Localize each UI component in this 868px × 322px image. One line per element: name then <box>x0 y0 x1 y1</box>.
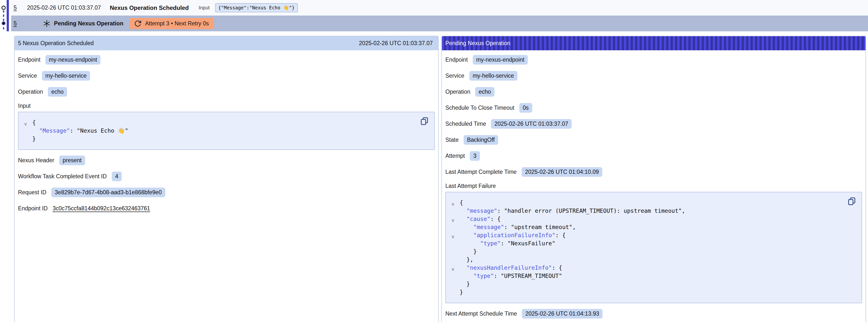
code-line: ∨{ <box>24 119 417 127</box>
event-history-rows: 5 2025-02-26 UTC 01:03:37.07 Nexus Opera… <box>11 0 868 31</box>
field-label: State <box>445 137 459 143</box>
collapse-chevron-icon[interactable]: ∨ <box>451 200 460 208</box>
input-preview-chip: {"Message":"Nexus Echo 👋"} <box>215 3 298 12</box>
field-row: Attempt3 <box>445 148 863 164</box>
field-label: Endpoint <box>445 57 468 63</box>
field-label: Next Attempt Schedule Time <box>445 311 517 317</box>
code-line: } <box>451 248 844 256</box>
code-text: { <box>460 199 463 207</box>
code-text: "cause": { <box>460 215 501 223</box>
code-text: "message": "handler error (UPSTREAM_TIME… <box>460 207 685 215</box>
collapse-chevron-icon[interactable]: ∨ <box>24 120 32 128</box>
code-text: } <box>460 288 463 296</box>
field-label: Operation <box>18 89 43 95</box>
panel-title: Pending Nexus Operation <box>445 40 510 46</box>
field-value-badge: echo <box>48 87 67 97</box>
event-timestamp: 2025-02-26 UTC 01:03:37.07 <box>27 4 101 11</box>
event-row-nexus-operation-scheduled[interactable]: 5 2025-02-26 UTC 01:03:37.07 Nexus Opera… <box>11 0 868 15</box>
pending-asterisk-icon <box>43 20 51 27</box>
field-label: Attempt <box>445 153 465 159</box>
field-label: Service <box>18 72 37 79</box>
code-line: ∨ "applicationFailureInfo": { <box>451 231 844 239</box>
field-row: Endpointmy-nexus-endpoint <box>445 52 863 68</box>
event-id-link[interactable]: 5 <box>13 4 17 11</box>
field-label: Service <box>445 72 464 79</box>
panel-timestamp: 2025-02-26 UTC 01:03:37.07 <box>359 40 433 46</box>
field-value-badge: echo <box>475 87 494 97</box>
timeline-node-open-icon <box>1 6 6 10</box>
code-text: "type": "UPSTREAM_TIMEOUT" <box>460 272 562 280</box>
code-line: } <box>451 288 844 296</box>
field-label: Endpoint <box>18 57 40 63</box>
field-value-link[interactable]: 3c0c75ccfa8144b092c13ce632463761 <box>53 205 150 212</box>
code-text: } <box>460 280 470 288</box>
collapse-chevron-icon[interactable]: ∨ <box>451 232 460 240</box>
pending-operation-panel: Pending Nexus Operation Endpointmy-nexus… <box>441 36 866 322</box>
code-gutter <box>451 240 460 249</box>
code-gutter <box>451 208 460 216</box>
code-line: "type": "UPSTREAM_TIMEOUT" <box>451 272 844 280</box>
field-row: Servicemy-hello-service <box>18 68 435 84</box>
timeline-node-selected-icon <box>1 21 6 25</box>
code-line: "message": "upstream timeout", <box>451 223 844 231</box>
field-row: Request ID3e829b7e-7d67-4b08-aad3-b1e868… <box>18 185 435 200</box>
field-row: Next Attempt Schedule Time2025-02-26 UTC… <box>445 306 863 322</box>
collapse-chevron-icon[interactable]: ∨ <box>451 265 460 273</box>
field-list: Nexus HeaderpresentWorkflow Task Complet… <box>18 152 435 217</box>
event-row-pending-nexus-operation[interactable]: 5 Pending Nexus Operation Attempt 3 • Ne… <box>11 15 868 31</box>
copy-icon[interactable] <box>420 117 429 126</box>
code-gutter <box>451 281 460 289</box>
pending-panel-header: Pending Nexus Operation <box>442 36 866 50</box>
field-value-badge: 4 <box>112 171 122 181</box>
field-value-badge: my-nexus-endpoint <box>45 55 101 65</box>
code-line: } <box>24 135 417 143</box>
field-row: Schedule To Close Timeout0s <box>445 100 863 116</box>
field-row: Endpoint ID3c0c75ccfa8144b092c13ce632463… <box>18 200 435 217</box>
code-text: "nexusHandlerFailureInfo": { <box>460 264 562 272</box>
code-gutter <box>451 257 460 265</box>
field-value-badge: 2025-02-26 UTC 01:04:13.93 <box>522 309 602 319</box>
code-text: "type": "NexusFailure" <box>460 239 555 248</box>
field-row: Workflow Task Completed Event ID4 <box>18 168 435 185</box>
code-line: "type": "NexusFailure" <box>451 239 844 248</box>
code-line: ∨{ <box>451 199 844 207</box>
copy-icon[interactable] <box>847 197 856 205</box>
scheduled-event-panel: 5 Nexus Operation Scheduled 2025-02-26 U… <box>14 36 439 322</box>
field-row: Operationecho <box>18 84 435 100</box>
code-text: }, <box>460 256 473 264</box>
collapse-chevron-icon[interactable]: ∨ <box>451 216 460 224</box>
failure-json-block: ∨{ "message": "handler error (UPSTREAM_T… <box>445 192 862 303</box>
panel-title: 5 Nexus Operation Scheduled <box>18 40 94 46</box>
field-label: Workflow Task Completed Event ID <box>18 173 107 180</box>
field-label: Last Attempt Complete Time <box>445 169 517 175</box>
field-list: Endpointmy-nexus-endpointServicemy-hello… <box>18 52 435 100</box>
code-line: "Message": "Nexus Echo 👋" <box>24 127 417 135</box>
code-gutter <box>451 273 460 281</box>
scheduled-panel-header: 5 Nexus Operation Scheduled 2025-02-26 U… <box>14 36 438 50</box>
field-value-badge: my-nexus-endpoint <box>473 55 528 65</box>
field-row: StateBackingOff <box>445 132 863 148</box>
input-label: Input <box>198 5 210 10</box>
field-value-badge: my-hello-service <box>42 71 90 80</box>
attempt-badge-text: Attempt 3 • Next Retry 0s <box>145 20 209 27</box>
code-gutter <box>451 224 460 232</box>
attempt-retry-badge: Attempt 3 • Next Retry 0s <box>129 18 214 29</box>
field-label: Endpoint ID <box>18 205 48 212</box>
retry-icon <box>134 20 142 27</box>
field-row: Operationecho <box>445 84 863 100</box>
code-text: } <box>460 248 477 256</box>
event-id-link[interactable]: 5 <box>13 20 17 27</box>
code-line: "message": "handler error (UPSTREAM_TIME… <box>451 207 844 215</box>
field-value-badge: my-hello-service <box>469 71 517 80</box>
field-value-badge: 2025-02-26 UTC 01:04:10.09 <box>522 167 602 177</box>
code-line: } <box>451 280 844 288</box>
field-value-badge: 3 <box>470 151 480 161</box>
field-list: Next Attempt Schedule Time2025-02-26 UTC… <box>445 306 863 322</box>
code-gutter <box>451 249 460 257</box>
code-gutter <box>24 136 32 144</box>
field-value-badge: present <box>59 156 85 165</box>
field-list: Endpointmy-nexus-endpointServicemy-hello… <box>445 52 863 180</box>
event-title: Nexus Operation Scheduled <box>110 4 189 11</box>
code-text: "applicationFailureInfo": { <box>460 231 565 239</box>
code-text: } <box>32 135 36 143</box>
